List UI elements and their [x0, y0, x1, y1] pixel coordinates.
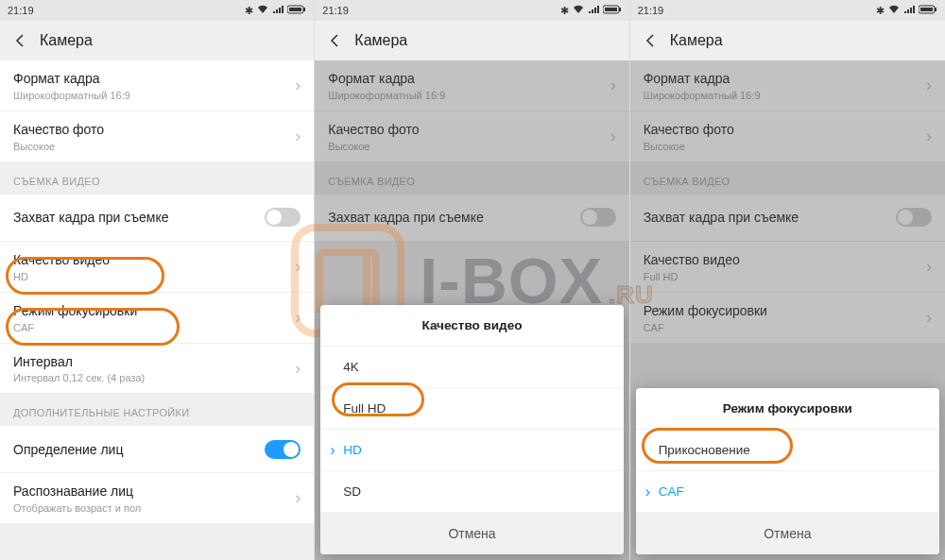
row-title: Качество видео — [644, 251, 919, 269]
row-sub: Отображать возраст и пол — [13, 502, 287, 514]
option-sd[interactable]: SD — [320, 471, 623, 513]
row-frame-format[interactable]: Формат кадраШирокоформатный 16:9 › — [315, 60, 628, 111]
page-title: Камера — [670, 32, 723, 49]
row-title: Захват кадра при съемке — [328, 209, 579, 227]
chevron-right-icon: › — [295, 488, 301, 508]
row-video-quality[interactable]: Качество видеоFull HD › — [630, 242, 945, 293]
toggle-face-detection[interactable] — [265, 440, 301, 459]
status-bar: 21:19 ✱ — [630, 0, 945, 21]
row-sub: Full HD — [644, 271, 919, 282]
row-photo-quality[interactable]: Качество фотоВысокое › — [315, 111, 628, 162]
row-title: Режим фокусировки — [13, 302, 287, 320]
chevron-right-icon: › — [295, 359, 301, 379]
row-frame-format[interactable]: Формат кадра Широкоформатный 16:9 › — [0, 60, 314, 111]
row-photo-quality[interactable]: Качество фото Высокое › — [0, 111, 314, 162]
toggle-capture-frame[interactable] — [265, 208, 301, 227]
row-title: Формат кадра — [13, 70, 287, 88]
row-video-quality[interactable]: Качество видео HD › — [0, 242, 314, 293]
svg-rect-4 — [619, 8, 621, 11]
row-sub: Интервал 0,12 сек. (4 раза) — [13, 372, 287, 383]
row-title: Качество видео — [13, 251, 287, 269]
bluetooth-icon: ✱ — [876, 5, 885, 17]
battery-icon — [919, 5, 937, 16]
row-sub: Широкоформатный 16:9 — [13, 90, 287, 101]
svg-rect-1 — [303, 8, 305, 11]
svg-rect-8 — [920, 8, 933, 11]
row-capture-frame[interactable]: Захват кадра при съемке — [630, 195, 945, 242]
cancel-button[interactable]: Отмена — [636, 513, 939, 554]
row-face-recognition[interactable]: Распознавание лиц Отображать возраст и п… — [0, 473, 314, 523]
row-face-detection[interactable]: Определение лиц — [0, 426, 314, 473]
option-4k[interactable]: 4K — [320, 347, 623, 388]
row-capture-frame[interactable]: Захват кадра при съемке — [0, 195, 314, 242]
page-title: Камера — [354, 32, 407, 49]
row-title: Захват кадра при съемке — [644, 209, 896, 227]
toggle-capture-frame[interactable] — [580, 208, 616, 227]
row-sub: Широкоформатный 16:9 — [328, 90, 602, 101]
row-sub: HD — [13, 271, 287, 282]
chevron-right-icon: › — [295, 127, 301, 146]
row-title: Качество фото — [328, 121, 602, 139]
chevron-right-icon: › — [926, 76, 932, 95]
toggle-capture-frame[interactable] — [896, 208, 932, 227]
signal-icon — [588, 5, 599, 16]
chevron-right-icon: › — [926, 308, 932, 328]
header: Камера — [315, 21, 628, 60]
section-advanced: ДОПОЛНИТЕЛЬНЫЕ НАСТРОЙКИ — [0, 394, 314, 426]
status-bar: 21:19 ✱ — [315, 0, 628, 21]
battery-icon — [603, 5, 622, 16]
battery-icon — [287, 5, 306, 16]
section-video: СЪЕМКА ВИДЕО — [0, 162, 314, 195]
screen-quality-dialog: 21:19 ✱ Камера Формат кадраШирокоформатн… — [315, 0, 629, 560]
row-title: Распознавание лиц — [13, 483, 287, 501]
row-interval[interactable]: Интервал Интервал 0,12 сек. (4 раза) › — [0, 344, 314, 395]
svg-rect-2 — [289, 8, 301, 11]
wifi-icon — [888, 5, 900, 16]
row-frame-format[interactable]: Формат кадраШирокоформатный 16:9 › — [630, 60, 945, 111]
screen-focus-dialog: 21:19 ✱ Камера Формат кадраШирокоформатн… — [630, 0, 945, 560]
row-title: Интервал — [13, 353, 287, 371]
option-touch[interactable]: Прикосновение — [636, 430, 939, 471]
status-bar: 21:19 ✱ — [0, 0, 314, 21]
row-focus-mode[interactable]: Режим фокусировки CAF › — [0, 293, 314, 344]
row-title: Захват кадра при съемке — [13, 209, 265, 227]
row-sub: Широкоформатный 16:9 — [644, 90, 919, 101]
option-hd[interactable]: HD — [320, 430, 623, 471]
row-capture-frame[interactable]: Захват кадра при съемке — [315, 195, 628, 242]
row-focus-mode[interactable]: Режим фокусировкиCAF › — [630, 293, 945, 344]
row-title: Режим фокусировки — [644, 302, 919, 320]
page-title: Камера — [40, 32, 93, 49]
row-sub: CAF — [644, 322, 919, 333]
status-time: 21:19 — [322, 5, 349, 16]
dialog-title: Качество видео — [320, 305, 623, 347]
row-title: Качество фото — [13, 121, 287, 139]
chevron-right-icon: › — [926, 127, 932, 146]
back-icon[interactable] — [642, 31, 661, 50]
row-title: Качество фото — [644, 121, 919, 139]
header: Камера — [0, 21, 314, 60]
signal-icon — [272, 5, 284, 16]
chevron-right-icon: › — [295, 76, 301, 95]
chevron-right-icon: › — [610, 127, 616, 146]
option-fullhd[interactable]: Full HD — [320, 388, 623, 430]
row-sub: Высокое — [328, 141, 602, 152]
row-title: Формат кадра — [644, 70, 919, 88]
wifi-icon — [573, 5, 584, 16]
chevron-right-icon: › — [610, 76, 616, 95]
cancel-button[interactable]: Отмена — [320, 513, 623, 554]
chevron-right-icon: › — [295, 308, 301, 328]
svg-rect-7 — [935, 8, 936, 11]
option-caf[interactable]: CAF — [636, 471, 939, 513]
row-photo-quality[interactable]: Качество фотоВысокое › — [630, 111, 945, 162]
row-sub: CAF — [13, 322, 287, 333]
dialog-title: Режим фокусировки — [636, 388, 939, 430]
section-video: СЪЕМКА ВИДЕО — [630, 162, 945, 195]
back-icon[interactable] — [326, 31, 345, 50]
bluetooth-icon: ✱ — [560, 5, 569, 17]
svg-rect-5 — [605, 8, 617, 11]
screen-settings-main: 21:19 ✱ Камера — [0, 0, 315, 560]
dialog-focus-mode: Режим фокусировки Прикосновение CAF Отме… — [636, 388, 939, 554]
back-icon[interactable] — [11, 31, 30, 50]
row-sub: Высокое — [13, 141, 287, 152]
header: Камера — [630, 21, 945, 60]
